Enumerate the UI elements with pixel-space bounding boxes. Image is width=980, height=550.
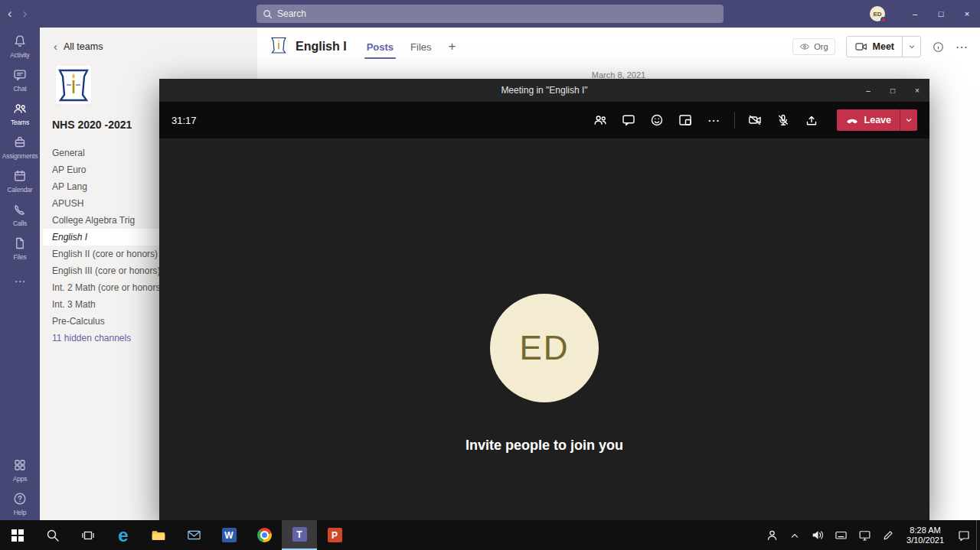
start-button[interactable] [0, 520, 35, 550]
all-teams-back-button[interactable]: ‹ All teams [40, 28, 257, 53]
rail-files-button[interactable]: Files [0, 231, 40, 265]
rail-assignments-button[interactable]: Assignments [0, 130, 40, 164]
word-icon: W [222, 528, 237, 542]
meeting-chat-icon [621, 112, 636, 128]
meeting-window: Meeting in "English I" – □ × 31:17 ⋯ [159, 79, 929, 520]
tray-pen-button[interactable] [877, 520, 899, 550]
breakout-rooms-button[interactable] [671, 102, 700, 138]
share-icon [804, 112, 819, 128]
show-participants-button[interactable] [586, 102, 615, 138]
assignments-icon [12, 135, 28, 150]
meeting-maximize-button[interactable]: □ [880, 79, 905, 102]
teams-icon: T [292, 527, 307, 542]
forward-arrow-icon[interactable]: › [23, 6, 28, 21]
more-icon: ⋯ [15, 278, 26, 285]
app-minimize-button[interactable]: – [902, 0, 928, 28]
channel-title: English I [296, 40, 347, 54]
rail-calls-button[interactable]: Calls [0, 197, 40, 231]
chevron-left-icon: ‹ [54, 40, 57, 53]
task-view-icon [81, 529, 95, 542]
taskbar-clock[interactable]: 8:28 AM 3/10/2021 [899, 526, 952, 545]
meeting-chat-button[interactable] [615, 102, 643, 138]
channel-info-button[interactable] [932, 41, 945, 54]
mic-off-icon [776, 112, 791, 128]
clock-time: 8:28 AM [906, 526, 944, 535]
add-tab-button[interactable]: + [449, 39, 456, 54]
meet-button[interactable]: Meet [846, 36, 921, 57]
back-arrow-icon[interactable]: ‹ [8, 6, 12, 21]
windows-logo-icon [11, 529, 24, 542]
app-titlebar: ‹ › ED – □ × [0, 0, 980, 28]
invite-prompt: Invite people to join you [466, 438, 623, 454]
meeting-stage: ED Invite people to join you [159, 138, 929, 520]
camera-off-icon [747, 112, 763, 128]
rail-more-button[interactable]: ⋯ [0, 265, 40, 298]
task-view-button[interactable] [70, 520, 106, 550]
tray-people-button[interactable] [760, 520, 784, 550]
more-actions-button[interactable]: ⋯ [700, 102, 728, 138]
phone-icon [12, 202, 28, 217]
search-icon [46, 529, 60, 542]
action-center-button[interactable] [952, 520, 976, 550]
chevron-down-icon [904, 116, 913, 125]
tray-keyboard-button[interactable] [829, 520, 853, 550]
file-explorer-button[interactable] [141, 520, 176, 550]
mic-off-button[interactable] [769, 102, 798, 138]
teams-taskbar-button[interactable]: T [282, 520, 317, 550]
meeting-timer: 31:17 [172, 115, 197, 126]
help-icon [12, 491, 28, 506]
edge-icon: e [118, 528, 128, 543]
rail-chat-button[interactable]: Chat [0, 63, 40, 96]
meeting-close-button[interactable]: × [905, 79, 929, 102]
apps-grid-icon [12, 457, 28, 473]
user-avatar[interactable]: ED [870, 6, 885, 21]
channel-more-button[interactable]: ⋯ [956, 40, 968, 54]
meeting-minimize-button[interactable]: – [856, 79, 880, 102]
powerpoint-taskbar-button[interactable]: P [317, 520, 352, 550]
user-avatar-initials: ED [873, 11, 881, 18]
show-desktop-button[interactable] [976, 520, 980, 550]
tray-hidden-icons-button[interactable] [784, 520, 805, 550]
edge-taskbar-button[interactable]: e [106, 520, 141, 550]
search-input[interactable] [277, 8, 717, 19]
participants-icon [593, 112, 608, 128]
teams-app-window: ‹ › ED – □ × Activity Chat Teams [0, 0, 980, 550]
reactions-button[interactable] [643, 102, 671, 138]
meeting-titlebar[interactable]: Meeting in "English I" – □ × [159, 79, 929, 102]
rail-calendar-button[interactable]: Calendar [0, 164, 40, 197]
tab-files[interactable]: Files [410, 28, 431, 66]
rail-activity-button[interactable]: Activity [0, 29, 40, 63]
leave-dropdown-button[interactable] [900, 109, 917, 131]
channel-header: English I Posts Files + Org Meet [257, 28, 980, 66]
chat-icon [12, 67, 28, 83]
word-taskbar-button[interactable]: W [211, 520, 247, 550]
mail-icon [187, 528, 201, 542]
app-close-button[interactable]: × [954, 0, 980, 28]
volume-icon [811, 529, 824, 542]
tray-volume-button[interactable] [805, 520, 829, 550]
document-icon [12, 236, 28, 251]
chevron-down-icon [907, 42, 916, 51]
search-bar[interactable] [256, 5, 724, 23]
taskbar-search-button[interactable] [35, 520, 70, 550]
tray-display-button[interactable] [853, 520, 877, 550]
participant-avatar: ED [490, 294, 599, 402]
meeting-toolbar: 31:17 ⋯ [159, 102, 929, 138]
keyboard-icon [835, 529, 848, 542]
rail-help-button[interactable]: Help [0, 487, 40, 520]
rail-apps-button[interactable]: Apps [0, 453, 40, 487]
meet-dropdown-button[interactable] [902, 37, 920, 57]
breakout-rooms-icon [678, 112, 693, 128]
pen-icon [882, 529, 893, 541]
org-badge[interactable]: Org [792, 38, 835, 55]
chrome-icon [257, 528, 272, 542]
share-content-button[interactable] [798, 102, 826, 138]
app-maximize-button[interactable]: □ [928, 0, 954, 28]
camera-off-button[interactable] [741, 102, 769, 138]
rail-teams-button[interactable]: Teams [0, 96, 40, 130]
leave-button[interactable]: Leave [837, 109, 917, 131]
mail-taskbar-button[interactable] [176, 520, 211, 550]
info-icon [932, 41, 945, 54]
chrome-taskbar-button[interactable] [247, 520, 282, 550]
tab-posts[interactable]: Posts [367, 28, 394, 66]
